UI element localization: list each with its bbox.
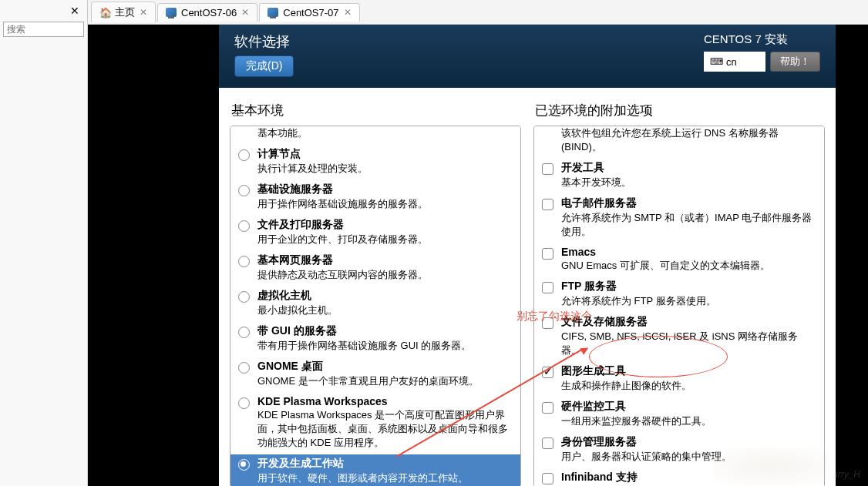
watermark: https://blog.csdn.net/Curry_H <box>741 469 860 480</box>
radio-icon <box>238 185 250 196</box>
item-desc: 用于企业的文件、打印及存储服务器。 <box>257 233 513 246</box>
tab-label: 主页 <box>115 5 135 19</box>
item-desc: 用于软件、硬件、图形或者内容开发的工作站。 <box>257 471 513 485</box>
environment-item[interactable]: 开发及生成工作站用于软件、硬件、图形或者内容开发的工作站。 <box>230 454 520 486</box>
item-title: KDE Plasma Workspaces <box>257 395 513 407</box>
environment-item[interactable]: 虚拟化主机最小虚拟化主机。 <box>230 287 520 322</box>
checkbox-icon[interactable] <box>542 248 553 260</box>
item-desc: 基本开发环境。 <box>561 176 816 189</box>
item-desc: 用于操作网络基础设施服务的服务器。 <box>257 197 513 211</box>
radio-icon <box>238 327 250 338</box>
item-desc: GNOME 是一个非常直观且用户友好的桌面环境。 <box>257 374 513 388</box>
item-title: 文件及存储服务器 <box>561 315 816 329</box>
left-column-title: 基本环境 <box>230 102 521 119</box>
item-title: GNOME 桌面 <box>257 360 513 374</box>
tab-label: CentOS7-07 <box>283 7 338 18</box>
item-title: 基本网页服务器 <box>257 253 513 267</box>
item-title: 基础设施服务器 <box>257 183 513 196</box>
addon-list[interactable]: 该软件包组允许您在系统上运行 DNS 名称服务器 (BIND)。开发工具基本开发… <box>533 126 825 486</box>
item-desc: 一组用来监控服务器硬件的工具。 <box>561 414 816 428</box>
environment-item[interactable]: 最小安装基本功能。 <box>230 126 520 145</box>
close-icon[interactable]: ✕ <box>3 3 84 18</box>
right-column-title: 已选环境的附加选项 <box>533 102 825 119</box>
addon-item[interactable]: 硬件监控工具一组用来监控服务器硬件的工具。 <box>534 397 824 433</box>
lang-code: cn <box>726 56 737 68</box>
item-title: 带 GUI 的服务器 <box>257 324 513 338</box>
item-title: FTP 服务器 <box>561 280 816 293</box>
radio-icon <box>238 291 250 303</box>
done-button[interactable]: 完成(D) <box>234 55 294 77</box>
item-desc: 带有用于操作网络基础设施服务 GUI 的服务器。 <box>257 339 513 353</box>
close-icon[interactable]: ✕ <box>241 7 249 18</box>
radio-icon <box>238 397 250 409</box>
addon-item[interactable]: 文件及存储服务器CIFS, SMB, NFS, iSCSI, iSER 及 iS… <box>534 313 824 362</box>
addon-desc-partial: 该软件包组允许您在系统上运行 DNS 名称服务器 (BIND)。 <box>534 126 824 159</box>
addon-item[interactable]: 电子邮件服务器允许将系统作为 SMTP 和（或者）IMAP 电子邮件服务器使用。 <box>534 194 824 243</box>
checkbox-icon[interactable] <box>542 199 553 210</box>
item-title: 计算节点 <box>257 147 513 161</box>
item-title: 硬件监控工具 <box>561 400 816 414</box>
item-desc: 执行计算及处理的安装。 <box>257 162 513 176</box>
item-title: 电子邮件服务器 <box>561 196 816 210</box>
installer-window: 软件选择 完成(D) CENTOS 7 安装 ⌨ cn 帮助！ <box>219 25 836 486</box>
close-icon[interactable]: ✕ <box>344 7 352 18</box>
radio-icon <box>238 256 250 267</box>
environment-item[interactable]: 文件及打印服务器用于企业的文件、打印及存储服务器。 <box>230 216 520 251</box>
tab-vm1[interactable]: CentOS7-06 ✕ <box>157 3 257 22</box>
checkbox-icon[interactable] <box>542 437 553 449</box>
vm-icon <box>166 8 177 17</box>
language-selector[interactable]: ⌨ cn <box>704 52 765 72</box>
radio-icon <box>238 459 250 471</box>
addon-item[interactable]: 图形生成工具生成和操作静止图像的软件。 <box>534 362 824 397</box>
item-title: 开发及生成工作站 <box>257 457 513 471</box>
item-title: 图形生成工具 <box>561 364 816 378</box>
checkbox-icon[interactable] <box>542 282 553 293</box>
checkbox-icon[interactable] <box>542 402 553 414</box>
addon-item[interactable]: EmacsGNU Emacs 可扩展、可自定义的文本编辑器。 <box>534 243 824 277</box>
environment-item[interactable]: 带 GUI 的服务器带有用于操作网络基础设施服务 GUI 的服务器。 <box>230 322 520 357</box>
avatar-watermark <box>714 447 829 486</box>
install-title: CENTOS 7 安装 <box>704 32 820 47</box>
installer-header: 软件选择 完成(D) CENTOS 7 安装 ⌨ cn 帮助！ <box>219 25 836 88</box>
item-title: Emacs <box>561 246 816 258</box>
environment-item[interactable]: GNOME 桌面GNOME 是一个非常直观且用户友好的桌面环境。 <box>230 357 520 393</box>
item-desc: KDE Plasma Workspaces 是一个高度可配置图形用户界面，其中包… <box>257 408 513 450</box>
item-title: 开发工具 <box>561 161 816 175</box>
checkbox-icon[interactable] <box>542 473 553 484</box>
checkbox-icon[interactable] <box>542 317 553 329</box>
radio-icon <box>238 362 250 374</box>
item-desc: 生成和操作静止图像的软件。 <box>561 379 816 393</box>
tab-label: CentOS7-06 <box>181 7 237 18</box>
environment-item[interactable]: 基本网页服务器提供静态及动态互联网内容的服务器。 <box>230 251 520 287</box>
item-desc: GNU Emacs 可扩展、可自定义的文本编辑器。 <box>561 259 816 273</box>
environment-item[interactable]: 计算节点执行计算及处理的安装。 <box>230 145 520 180</box>
tab-vm2[interactable]: CentOS7-07 ✕ <box>259 3 359 22</box>
radio-icon <box>238 149 250 161</box>
item-desc: 允许将系统作为 SMTP 和（或者）IMAP 电子邮件服务器使用。 <box>561 211 816 239</box>
page-title: 软件选择 <box>234 32 294 51</box>
tab-home[interactable]: 🏠 主页 ✕ <box>91 2 156 22</box>
environment-list[interactable]: 最小安装基本功能。计算节点执行计算及处理的安装。基础设施服务器用于操作网络基础设… <box>230 126 521 486</box>
help-button[interactable]: 帮助！ <box>770 52 820 72</box>
close-icon[interactable]: ✕ <box>140 7 147 18</box>
item-title: 虚拟化主机 <box>257 289 513 303</box>
item-desc: 最小虚拟化主机。 <box>257 303 513 317</box>
item-title: 文件及打印服务器 <box>257 218 513 232</box>
home-icon: 🏠 <box>99 7 110 18</box>
radio-icon <box>238 220 250 232</box>
vm-viewport: 软件选择 完成(D) CENTOS 7 安装 ⌨ cn 帮助！ <box>88 25 868 486</box>
tab-bar: 🏠 主页 ✕ CentOS7-06 ✕ CentOS7-07 ✕ <box>88 0 868 25</box>
checkbox-icon[interactable] <box>542 163 553 175</box>
addon-item[interactable]: FTP 服务器允许将系统作为 FTP 服务器使用。 <box>534 277 824 313</box>
environment-item[interactable]: 基础设施服务器用于操作网络基础设施服务的服务器。 <box>230 180 520 216</box>
vm-icon <box>267 8 278 17</box>
item-desc: 允许将系统作为 FTP 服务器使用。 <box>561 294 816 308</box>
item-desc: 基本功能。 <box>257 126 513 140</box>
item-desc: CIFS, SMB, NFS, iSCSI, iSER 及 iSNS 网络存储服… <box>561 330 816 357</box>
search-input[interactable] <box>3 22 84 37</box>
environment-item[interactable]: KDE Plasma WorkspacesKDE Plasma Workspac… <box>230 393 520 454</box>
left-sidebar: ✕ <box>0 0 88 486</box>
item-desc: 提供静态及动态互联网内容的服务器。 <box>257 268 513 282</box>
keyboard-icon: ⌨ <box>710 56 723 67</box>
addon-item[interactable]: 开发工具基本开发环境。 <box>534 159 824 194</box>
